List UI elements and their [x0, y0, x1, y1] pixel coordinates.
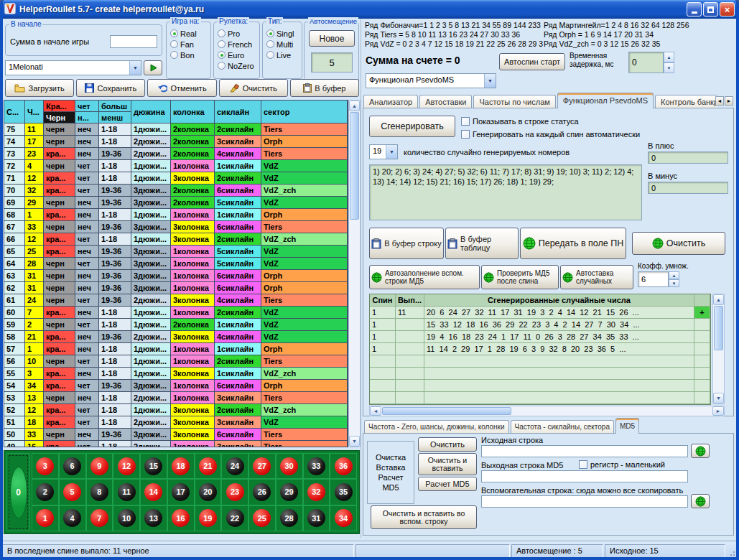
- tab-Частота - сиклайны, сектора[interactable]: Частота - сиклайны, сектора: [511, 420, 614, 434]
- md5-output-input[interactable]: [481, 470, 688, 482]
- tab-scroll-left-icon[interactable]: ◄: [715, 96, 724, 106]
- board-cell-36[interactable]: 36: [330, 453, 357, 479]
- board-cell-8[interactable]: 8: [86, 479, 113, 505]
- board-cell-27[interactable]: 27: [248, 453, 276, 479]
- scroll-thumb[interactable]: [714, 306, 723, 350]
- board-cell-30[interactable]: 30: [276, 453, 303, 479]
- radio-fan[interactable]: Fan: [170, 39, 209, 49]
- scroll-thumb[interactable]: [350, 112, 359, 220]
- plus-value-field[interactable]: 0: [648, 151, 728, 164]
- board-cell-13[interactable]: 13: [140, 505, 167, 531]
- board-cell-2[interactable]: 2: [32, 479, 59, 505]
- tab-MD5[interactable]: MD5: [615, 418, 639, 434]
- tab-scroll-control[interactable]: ◄►: [715, 96, 733, 106]
- radio-bon[interactable]: Bon: [170, 50, 209, 60]
- buffer-button[interactable]: В буфер: [290, 79, 359, 97]
- radio-singl[interactable]: Singl: [266, 29, 300, 38]
- autospin-start-button[interactable]: Автоспин старт: [499, 53, 565, 70]
- generate-button[interactable]: Сгенерировать: [369, 116, 455, 137]
- board-cell-18[interactable]: 18: [167, 453, 195, 479]
- board-cell-14[interactable]: 14: [140, 479, 167, 505]
- preset-combobox[interactable]: 1Melonati ▼: [5, 60, 141, 75]
- board-cell-20[interactable]: 20: [195, 479, 222, 505]
- scroll-up-icon[interactable]: ▲: [349, 101, 360, 111]
- undo-button[interactable]: Отменить: [147, 79, 216, 97]
- board-cell-17[interactable]: 17: [167, 479, 195, 505]
- delay-down-icon[interactable]: ▼: [664, 62, 674, 73]
- radio-multi[interactable]: Multi: [266, 39, 300, 49]
- combo-arrow-icon[interactable]: ▼: [386, 145, 397, 159]
- autobet-random-button[interactable]: Автоставка случайных: [560, 265, 633, 289]
- board-cell-33[interactable]: 33: [303, 453, 330, 479]
- board-cell-35[interactable]: 35: [330, 479, 357, 505]
- board-cell-11[interactable]: 11: [113, 479, 140, 505]
- koeff-up-icon[interactable]: ▲: [669, 271, 679, 279]
- new-button[interactable]: Новое: [309, 30, 355, 47]
- clear-generated-button[interactable]: Очистить: [632, 232, 725, 255]
- koeff-spinner[interactable]: 6 ▲▼: [638, 271, 679, 287]
- board-cell-22[interactable]: 22: [221, 505, 248, 531]
- tab-Контроль банкрол...[interactable]: Контроль банкрол...: [655, 95, 717, 108]
- tab-Частоты по числам[interactable]: Частоты по числам: [473, 95, 555, 108]
- scroll-up-icon[interactable]: ▲: [713, 294, 724, 305]
- radio-pro[interactable]: Pro: [218, 29, 258, 38]
- tab-Функционал PsevdoMS[interactable]: Функционал PsevdoMS: [557, 93, 654, 108]
- generated-scrollbar[interactable]: ▲ ▼: [712, 294, 725, 404]
- board-cell-28[interactable]: 28: [276, 505, 303, 531]
- tab-Автоставки[interactable]: Автоставки: [419, 95, 472, 108]
- history-scrollbar[interactable]: ▲ ▼: [348, 100, 361, 447]
- send-to-pn-button[interactable]: Передать в поле ПН: [520, 228, 626, 259]
- minimize-button[interactable]: [687, 2, 702, 17]
- tab-Частота - Zero, шансы, дюжины, колонки[interactable]: Частота - Zero, шансы, дюжины, колонки: [364, 420, 509, 434]
- delay-spinner[interactable]: 0 ▲▼: [628, 52, 674, 73]
- board-cell-6[interactable]: 6: [59, 453, 86, 479]
- md5-clear-paste-button[interactable]: Очистить и вставить: [418, 453, 477, 475]
- board-cell-24[interactable]: 24: [221, 453, 248, 479]
- board-cell-1[interactable]: 1: [32, 505, 59, 531]
- koeff-down-icon[interactable]: ▼: [669, 279, 679, 287]
- autogenerate-checkbox[interactable]: Генерировать на каждый спин автоматическ…: [461, 130, 640, 139]
- show-in-status-checkbox[interactable]: Показывать в строке статуса: [461, 117, 579, 126]
- radio-french[interactable]: French: [218, 39, 258, 49]
- board-cell-19[interactable]: 19: [195, 505, 222, 531]
- md5-calc-button[interactable]: Расчет MD5: [418, 477, 477, 491]
- scroll-down-icon[interactable]: ▼: [713, 393, 724, 403]
- board-cell-32[interactable]: 32: [303, 479, 330, 505]
- board-cell-9[interactable]: 9: [86, 453, 113, 479]
- delay-up-icon[interactable]: ▲: [664, 52, 674, 62]
- board-cell-23[interactable]: 23: [221, 479, 248, 505]
- board-cell-4[interactable]: 4: [59, 505, 86, 531]
- md5-source-input[interactable]: [481, 445, 688, 457]
- tab-scroll-right-icon[interactable]: ►: [725, 96, 733, 106]
- scroll-thumb[interactable]: [382, 407, 511, 415]
- check-md5-button[interactable]: Проверить МД5 после спина: [481, 265, 559, 289]
- board-cell-29[interactable]: 29: [276, 479, 303, 505]
- board-cell-21[interactable]: 21: [195, 453, 222, 479]
- play-button[interactable]: [144, 60, 162, 75]
- combo-arrow-icon[interactable]: ▼: [484, 74, 496, 88]
- resize-grip[interactable]: [727, 548, 737, 558]
- combo-arrow-icon[interactable]: ▼: [129, 61, 141, 75]
- board-cell-15[interactable]: 15: [140, 453, 167, 479]
- md5-source-globe-button[interactable]: [691, 444, 710, 458]
- md5-helper-input[interactable]: [481, 495, 688, 508]
- autofill-md5-button[interactable]: Автозаполнение вспом. строки МД5: [369, 265, 480, 289]
- scroll-track[interactable]: [381, 406, 712, 416]
- generated-numbers-field[interactable]: 1) 20; 2) 6; 3) 24; 4) 27; 5) 32; 6) 11;…: [369, 164, 642, 220]
- board-cell-16[interactable]: 16: [167, 505, 195, 531]
- radio-real[interactable]: Real: [170, 29, 209, 38]
- board-cell-31[interactable]: 31: [303, 505, 330, 531]
- board-cell-3[interactable]: 3: [32, 453, 59, 479]
- load-button[interactable]: Загрузить: [5, 79, 74, 97]
- board-cell-10[interactable]: 10: [113, 505, 140, 531]
- scroll-left-icon[interactable]: ◄: [370, 406, 381, 416]
- maximize-button[interactable]: [703, 2, 718, 17]
- scroll-right-icon[interactable]: ►: [712, 406, 724, 416]
- radio-nozero[interactable]: NoZero: [218, 61, 258, 70]
- board-cell-0[interactable]: 0: [6, 453, 30, 531]
- board-cell-5[interactable]: 5: [59, 479, 86, 505]
- close-button[interactable]: ×: [720, 2, 735, 17]
- md5-clear-button[interactable]: Очистить: [418, 437, 477, 452]
- md5-register-checkbox[interactable]: регистр - маленький: [579, 460, 665, 469]
- md5-clear-paste-helper-button[interactable]: Очистить и вставить во вспом. строку: [371, 505, 477, 529]
